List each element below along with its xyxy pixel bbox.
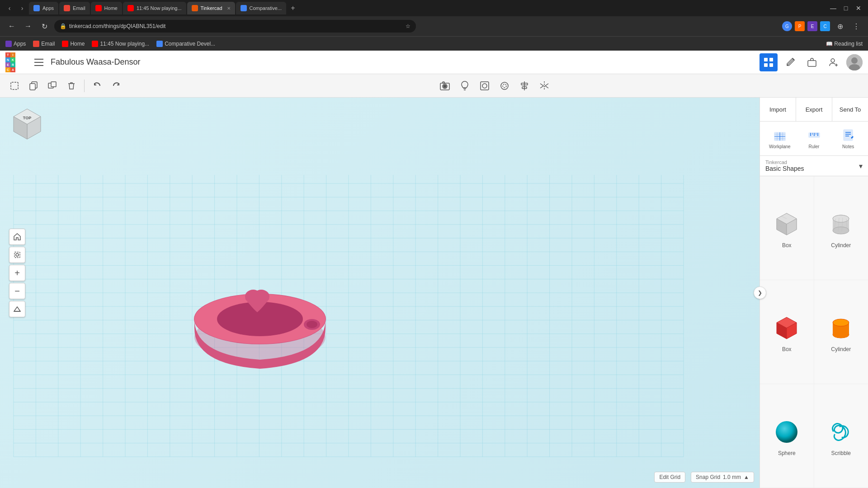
shape-box-grey[interactable]: Box	[760, 176, 814, 280]
shape-sphere-label: Sphere	[778, 450, 796, 456]
collapse-panel-button[interactable]: ❯	[754, 286, 766, 299]
svg-rect-5	[764, 63, 768, 67]
svg-rect-7	[808, 61, 816, 66]
light-tool-button[interactable]	[456, 77, 474, 95]
select-tool-button[interactable]	[5, 77, 24, 95]
tab-email[interactable]: Email	[59, 2, 90, 14]
align-tool-button[interactable]	[515, 77, 533, 95]
svg-rect-3	[764, 58, 768, 61]
user-avatar[interactable]	[846, 54, 863, 70]
notes-tool-button[interactable]: Notes	[832, 125, 864, 152]
copy-tool-button[interactable]	[24, 77, 42, 95]
edit-grid-button[interactable]: Edit Grid	[654, 472, 685, 483]
hole-tool-button[interactable]	[495, 77, 514, 95]
bookmark-star-icon[interactable]: ☆	[406, 23, 410, 29]
ruler-tool-button[interactable]: Ruler	[798, 125, 830, 152]
tab-comparative[interactable]: Comparative...	[236, 2, 287, 14]
extension-icon-1[interactable]: G	[782, 21, 792, 31]
import-button[interactable]: Import	[760, 98, 796, 121]
reload-button[interactable]: ↻	[38, 20, 51, 33]
svg-point-12	[851, 57, 858, 64]
undo-button[interactable]	[88, 77, 106, 95]
svg-rect-1	[34, 62, 43, 63]
extension-icon-4[interactable]: C	[820, 21, 830, 31]
tab-youtube2[interactable]: 11:45 Now playing...	[123, 2, 186, 14]
designs-button[interactable]	[803, 53, 821, 71]
tinkercad-selector[interactable]: Tinkercad Basic Shapes ▾	[760, 156, 868, 176]
new-tab-button[interactable]: +	[287, 2, 299, 14]
svg-point-88	[833, 319, 849, 326]
perspective-button[interactable]	[9, 301, 25, 317]
workplane-icon	[773, 128, 787, 142]
workplane-tool-button[interactable]: Workplane	[764, 125, 796, 152]
svg-rect-4	[769, 58, 773, 61]
export-button[interactable]: Export	[796, 98, 832, 121]
hamburger-menu-button[interactable]	[31, 54, 47, 70]
snap-grid-control[interactable]: Snap Grid 1.0 mm ▲	[691, 472, 754, 483]
shape-scribble-teal[interactable]: Scribble	[814, 384, 868, 488]
add-user-button[interactable]	[825, 53, 843, 71]
tinkercad-logo[interactable]: T I N K E R C A	[5, 52, 25, 72]
notes-label: Notes	[842, 144, 854, 149]
edit-toolbar	[0, 74, 868, 98]
forward-tab-btn[interactable]: ›	[16, 2, 28, 14]
bookmark-email[interactable]: Email	[33, 41, 55, 47]
canvas-area[interactable]: TOP + −	[0, 98, 760, 488]
delete-tool-button[interactable]	[62, 77, 80, 95]
workplane-label: Workplane	[769, 144, 791, 149]
svg-rect-6	[769, 63, 773, 67]
camera-tool-button[interactable]	[436, 77, 454, 95]
ruler-icon	[807, 128, 821, 142]
bookmark-apps[interactable]: Apps	[5, 41, 26, 47]
back-button[interactable]: ←	[5, 20, 18, 33]
back-tab-btn[interactable]: ‹	[4, 2, 15, 14]
build-button[interactable]	[781, 53, 799, 71]
tab-tinkercad[interactable]: Tinkercad ✕	[187, 2, 235, 14]
user-profile-btn[interactable]: ⊕	[834, 20, 846, 33]
redo-button[interactable]	[107, 77, 125, 95]
bookmark-home[interactable]: Home	[62, 41, 85, 47]
shape-cylinder-orange[interactable]: Cylinder	[814, 280, 868, 384]
zoom-in-button[interactable]: +	[9, 265, 25, 281]
extension-icon-3[interactable]: E	[807, 21, 817, 31]
svg-rect-16	[30, 84, 35, 90]
settings-btn[interactable]: ⋮	[850, 20, 863, 33]
shape-cylinder-grey[interactable]: Cylinder	[814, 176, 868, 280]
tab-apps[interactable]: Apps	[29, 2, 58, 14]
shape-box-red[interactable]: Box	[760, 280, 814, 384]
forward-button[interactable]: →	[22, 20, 34, 33]
maximize-btn[interactable]: □	[840, 2, 852, 14]
tab-bar: ‹ › Apps Email Home 11:45 Now playing...…	[0, 0, 868, 16]
lock-icon: 🔒	[60, 23, 66, 29]
mirror-tool-button[interactable]	[535, 77, 553, 95]
top-toolbar: T I N K E R C A Fabulou	[0, 51, 868, 74]
shape-scribble-label: Scribble	[831, 450, 851, 456]
shape-category-label: Basic Shapes	[765, 165, 804, 172]
address-bar-row: ← → ↻ 🔒 tinkercad.com/things/dpQIABNL351…	[0, 16, 868, 36]
extension-icon-2[interactable]: P	[795, 21, 805, 31]
shape-cylinder-grey-label: Cylinder	[831, 242, 851, 249]
duplicate-tool-button[interactable]	[43, 77, 61, 95]
3d-grid-canvas	[0, 98, 760, 488]
bookmark-comparative[interactable]: Comparative Devel...	[156, 41, 215, 47]
projects-view-button[interactable]	[760, 53, 778, 71]
shape-sphere-teal[interactable]: Sphere	[760, 384, 814, 488]
reading-list-btn[interactable]: 📖 Reading list	[826, 41, 863, 47]
tab-youtube1[interactable]: Home	[91, 2, 122, 14]
minimize-btn[interactable]: —	[827, 2, 839, 14]
svg-point-77	[833, 227, 849, 234]
tab-close-icon[interactable]: ✕	[227, 6, 231, 11]
fit-view-button[interactable]	[9, 247, 25, 263]
send-to-button[interactable]: Send To	[832, 98, 868, 121]
home-view-button[interactable]	[9, 229, 25, 245]
bookmark-playing[interactable]: 11:45 Now playing...	[92, 41, 149, 47]
project-name[interactable]: Fabulous Waasa-Densor	[51, 57, 140, 67]
orientation-cube[interactable]: TOP	[9, 107, 45, 143]
zoom-out-button[interactable]: −	[9, 283, 25, 299]
close-btn[interactable]: ✕	[853, 2, 864, 14]
ruler-label: Ruler	[809, 144, 820, 149]
bookmarks-bar: Apps Email Home 11:45 Now playing... Com…	[0, 36, 868, 51]
user-icons	[760, 53, 863, 71]
shape-tool-button[interactable]	[476, 77, 494, 95]
address-bar[interactable]: 🔒 tinkercad.com/things/dpQIABNL351/edit …	[54, 20, 416, 33]
